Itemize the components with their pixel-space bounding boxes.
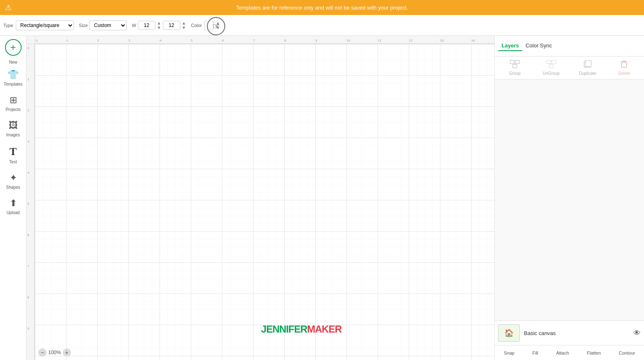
group-icon	[510, 60, 520, 70]
color-group: Color ▲▼	[191, 21, 220, 30]
svg-text:10: 10	[347, 39, 350, 42]
upload-icon: ⬆	[10, 198, 17, 209]
svg-text:1: 1	[66, 39, 68, 42]
size-label: Size	[79, 23, 88, 28]
new-button[interactable]: +	[5, 39, 22, 56]
warning-banner: ⚠ Templates are for reference only and w…	[0, 0, 644, 15]
eye-icon[interactable]: 👁	[633, 329, 641, 338]
main-layout: + New 👕 Templates ⊞ Projects 🖼 Images T …	[0, 36, 644, 360]
sidebar-item-images-label: Images	[6, 133, 20, 137]
text-icon: T	[10, 145, 17, 158]
type-group: Type Rectangle/square	[3, 20, 74, 30]
projects-icon: ⊞	[10, 95, 17, 106]
plus-icon: +	[10, 42, 16, 52]
svg-text:11: 11	[378, 39, 381, 42]
svg-text:0: 0	[36, 39, 38, 42]
color-swatch[interactable]	[204, 21, 214, 30]
svg-text:1: 1	[27, 77, 29, 81]
svg-rect-31	[513, 64, 517, 68]
bottom-action-bar: Snap Fill Attach Flatten Contour	[495, 345, 644, 360]
svg-rect-34	[549, 64, 553, 68]
contour-button[interactable]: Contour	[615, 349, 638, 357]
sidebar-item-shapes[interactable]: ✦ Shapes	[2, 169, 25, 193]
sidebar-item-shapes-label: Shapes	[6, 185, 20, 190]
tab-color-sync[interactable]: Color Sync	[522, 41, 556, 51]
svg-text:6: 6	[27, 233, 29, 237]
ungroup-label: UnGroup	[543, 71, 560, 76]
left-sidebar: + New 👕 Templates ⊞ Projects 🖼 Images T …	[0, 36, 27, 360]
height-input[interactable]: 12	[163, 21, 180, 30]
svg-text:0: 0	[27, 46, 29, 50]
fill-button[interactable]: Fill	[529, 349, 541, 357]
svg-text:3: 3	[27, 140, 29, 143]
type-select[interactable]: Rectangle/square	[16, 20, 74, 30]
ruler-corner	[27, 36, 35, 44]
canvas-area[interactable]: 0 1 2 3 4 5 6 7 8 9 10 11 12 13 14 0	[27, 36, 494, 360]
sidebar-item-projects[interactable]: ⊞ Projects	[2, 91, 25, 115]
svg-text:5: 5	[191, 39, 193, 42]
width-spinner[interactable]: ▲▼	[182, 21, 186, 30]
grid-canvas[interactable]	[35, 44, 494, 360]
canvas-thumbnail: 🏠	[498, 324, 520, 342]
shapes-icon: ✦	[10, 173, 17, 183]
flatten-button[interactable]: Flatten	[584, 349, 605, 357]
sidebar-item-projects-label: Projects	[5, 107, 20, 112]
delete-icon	[619, 60, 629, 70]
attach-button[interactable]: Attach	[553, 349, 572, 357]
group-button[interactable]: Group	[504, 60, 525, 76]
svg-rect-29	[510, 60, 514, 64]
svg-text:14: 14	[471, 39, 475, 42]
svg-text:8: 8	[284, 39, 286, 42]
size-select[interactable]: Custom	[89, 20, 127, 30]
sidebar-item-text[interactable]: T Text	[2, 142, 25, 168]
width-input[interactable]: 12	[138, 21, 155, 30]
jennifer-maker-logo: JENNIFERMAKER	[261, 323, 342, 335]
ungroup-button[interactable]: UnGroup	[541, 60, 562, 76]
snap-button[interactable]: Snap	[501, 349, 518, 357]
delete-button[interactable]: Delete	[614, 60, 634, 76]
svg-text:2: 2	[97, 39, 99, 42]
zoom-level: 100%	[48, 350, 61, 355]
tab-layers[interactable]: Layers	[498, 41, 522, 51]
svg-text:8: 8	[27, 296, 29, 299]
svg-text:5: 5	[27, 202, 29, 206]
svg-text:7: 7	[253, 39, 255, 42]
zoom-out-button[interactable]: −	[38, 348, 47, 357]
jennifer-text: JENNIFER	[261, 323, 307, 335]
svg-text:13: 13	[440, 39, 444, 42]
toolbar: Type Rectangle/square Size Custom W 12 ▲…	[0, 15, 644, 36]
ruler-top: 0 1 2 3 4 5 6 7 8 9 10 11 12 13 14	[35, 36, 494, 44]
sidebar-item-upload[interactable]: ⬆ Upload	[2, 195, 25, 218]
templates-icon: 👕	[7, 69, 19, 80]
ruler-left: 0 1 2 3 4 5 6 7 8 9	[27, 44, 35, 360]
canvas-thumb-icon: 🏠	[504, 328, 514, 338]
sidebar-item-text-label: Text	[9, 160, 17, 164]
sidebar-item-templates[interactable]: 👕 Templates	[2, 66, 25, 90]
right-panel: Layers Color Sync Group	[494, 36, 644, 360]
svg-rect-32	[547, 60, 551, 64]
svg-rect-33	[552, 60, 556, 64]
svg-text:7: 7	[27, 264, 29, 268]
width-group: W 12 ▲▼ 12 ▲▼	[132, 21, 186, 30]
zoom-in-button[interactable]: +	[63, 348, 71, 357]
width-label: W	[132, 23, 136, 28]
images-icon: 🖼	[9, 120, 18, 131]
size-group: Size Custom	[79, 20, 127, 30]
duplicate-icon	[583, 60, 592, 70]
canvas-type-label: Basic canvas	[524, 330, 629, 336]
duplicate-button[interactable]: Duplicate	[577, 60, 598, 76]
warning-icon: ⚠	[5, 3, 12, 12]
type-label: Type	[3, 23, 13, 28]
svg-rect-28	[35, 44, 494, 360]
svg-rect-30	[515, 60, 519, 64]
sidebar-item-upload-label: Upload	[7, 210, 20, 215]
new-label: New	[9, 60, 17, 64]
color-spinner[interactable]: ▲▼	[216, 21, 220, 30]
sidebar-item-templates-label: Templates	[4, 82, 23, 86]
height-spinner[interactable]: ▲▼	[157, 21, 161, 30]
sidebar-item-images[interactable]: 🖼 Images	[2, 117, 25, 141]
right-panel-actions: Group UnGroup	[495, 57, 644, 79]
svg-text:6: 6	[222, 39, 224, 42]
banner-text: Templates are for reference only and wil…	[236, 5, 408, 11]
zoom-bar: − 100% +	[38, 348, 71, 357]
